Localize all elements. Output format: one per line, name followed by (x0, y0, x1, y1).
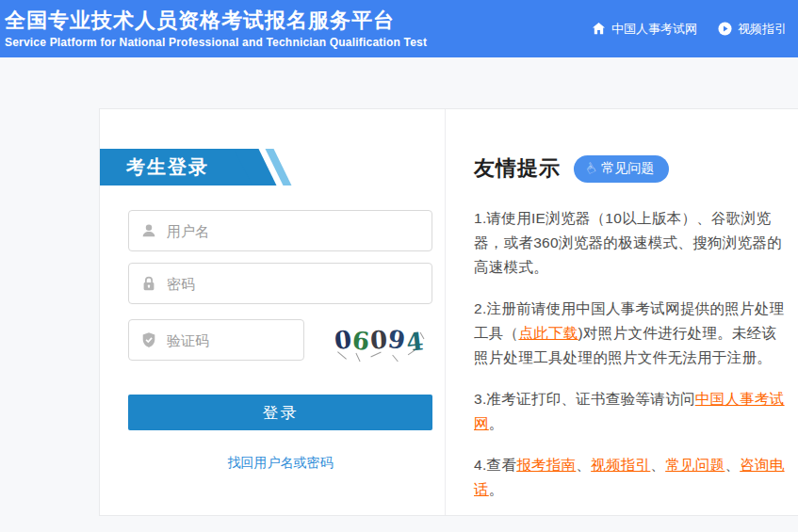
tip-link[interactable]: 视频指引 (591, 457, 650, 473)
login-banner: 考生登录 (100, 149, 255, 185)
page-title: 全国专业技术人员资格考试报名服务平台 (5, 8, 427, 33)
tips-list: 1.请使用IE浏览器（10以上版本）、谷歌浏览器，或者360浏览器的极速模式、搜… (474, 206, 789, 502)
login-panel: 考生登录 (100, 109, 446, 515)
user-icon (140, 222, 157, 239)
shield-check-icon (140, 331, 157, 348)
captcha-row: 06094 (128, 319, 445, 361)
tip-link[interactable]: 报考指南 (516, 457, 576, 473)
tip-text: 。 (489, 481, 504, 497)
faq-button[interactable]: ☝ 常见问题 (574, 155, 669, 183)
tip-text: 3.准考证打印、证书查验等请访问 (474, 391, 695, 407)
forgot-credentials-link[interactable]: 找回用户名或密码 (128, 455, 432, 472)
header-link-label: 中国人事考试网 (611, 21, 697, 38)
header-titles: 全国专业技术人员资格考试报名服务平台 Service Platform for … (5, 8, 427, 49)
tip-text: 、 (725, 457, 740, 473)
header-link-label: 视频指引 (738, 21, 787, 38)
tip-text: 4.查看 (474, 457, 516, 473)
username-field[interactable] (128, 210, 432, 251)
tips-panel: 友情提示 ☝ 常见问题 1.请使用IE浏览器（10以上版本）、谷歌浏览器，或者3… (446, 109, 798, 515)
pointing-hand-icon: ☝ (583, 160, 597, 177)
faq-button-label: 常见问题 (601, 160, 654, 177)
login-form: 06094 登录 找回用户名或密码 (100, 185, 445, 472)
app-header: 全国专业技术人员资格考试报名服务平台 Service Platform for … (0, 0, 798, 57)
main-card: 考生登录 (99, 108, 798, 516)
header-link-video-guide[interactable]: 视频指引 (718, 21, 787, 38)
tip-link[interactable]: 常见问题 (665, 457, 725, 473)
captcha-noise (392, 355, 399, 363)
password-field[interactable] (128, 263, 432, 304)
tips-header: 友情提示 ☝ 常见问题 (474, 154, 789, 183)
tip-paragraph: 1.请使用IE浏览器（10以上版本）、谷歌浏览器，或者360浏览器的极速模式、搜… (474, 206, 789, 280)
login-banner-label: 考生登录 (126, 154, 209, 180)
tip-paragraph: 3.准考证打印、证书查验等请访问中国人事考试网。 (474, 387, 789, 436)
captcha-input[interactable] (167, 332, 292, 348)
tips-title: 友情提示 (474, 154, 561, 183)
captcha-digit: 4 (405, 329, 426, 355)
header-link-cpta[interactable]: 中国人事考试网 (592, 21, 697, 38)
tip-link[interactable]: 点此下载 (518, 325, 578, 341)
tip-text: 、 (650, 457, 665, 473)
tip-paragraph: 4.查看报考指南、视频指引、常见问题、咨询电话。 (474, 453, 789, 502)
tip-text: 、 (576, 457, 591, 473)
play-circle-icon (718, 22, 732, 36)
tip-text: 。 (489, 415, 504, 431)
home-icon (592, 22, 606, 36)
tip-text: 1.请使用IE浏览器（10以上版本）、谷歌浏览器，或者360浏览器的极速模式、搜… (474, 210, 782, 275)
tip-paragraph: 2.注册前请使用中国人事考试网提供的照片处理工具（点此下载)对照片文件进行处理。… (474, 297, 789, 370)
captcha-field[interactable] (128, 319, 304, 361)
header-nav: 中国人事考试网 视频指引 (592, 21, 787, 38)
login-button[interactable]: 登录 (128, 395, 432, 430)
lock-icon (140, 275, 157, 292)
password-input[interactable] (167, 276, 420, 292)
captcha-image[interactable]: 06094 (334, 320, 424, 360)
page-subtitle: Service Platform for National Profession… (5, 36, 427, 49)
username-input[interactable] (167, 223, 420, 239)
captcha-digit: 6 (351, 328, 371, 354)
